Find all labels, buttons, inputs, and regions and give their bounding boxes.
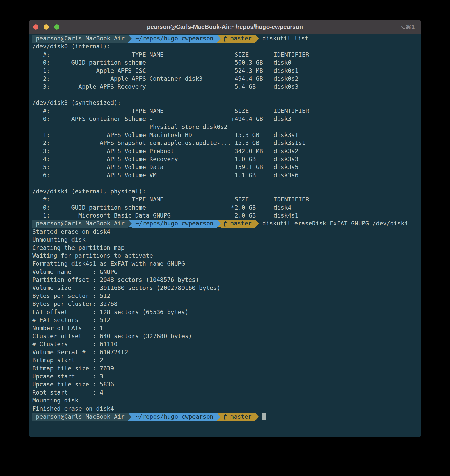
- powerline-arrow-icon: [255, 413, 259, 421]
- prompt-user-host: pearson@Carls-MacBook-Air: [32, 413, 128, 421]
- diskutil-list-output: /dev/disk0 (internal): #: TYPE NAME SIZE…: [32, 43, 421, 220]
- git-branch-icon: [223, 35, 228, 42]
- git-branch-icon: [223, 413, 228, 420]
- powerline-arrow-icon: [128, 35, 132, 43]
- prompt-git-branch: master: [221, 35, 255, 43]
- prompt-path: ~/repos/hugo-cwpearson: [132, 413, 217, 421]
- window-shortcut-badge: ⌥⌘1: [399, 24, 415, 30]
- prompt-line: pearson@Carls-MacBook-Air ~/repos/hugo-c…: [32, 220, 421, 227]
- prompt-user-host: pearson@Carls-MacBook-Air: [32, 220, 128, 227]
- traffic-lights: [29, 24, 59, 30]
- prompt-line: pearson@Carls-MacBook-Air ~/repos/hugo-c…: [32, 35, 421, 43]
- close-button[interactable]: [33, 24, 38, 30]
- powerline-arrow-icon: [255, 220, 259, 227]
- prompt-path: ~/repos/hugo-cwpearson: [132, 35, 217, 43]
- prompt-user-host: pearson@Carls-MacBook-Air: [32, 35, 128, 43]
- terminal-window: pearson@Carls-MacBook-Air:~/repos/hugo-c…: [29, 20, 421, 437]
- powerline-arrow-icon: [128, 413, 132, 421]
- prompt-branch-label: master: [230, 413, 252, 421]
- prompt-branch-label: master: [230, 35, 252, 43]
- prompt-path: ~/repos/hugo-cwpearson: [132, 220, 217, 227]
- powerline-arrow-icon: [217, 35, 221, 43]
- terminal-cursor[interactable]: [262, 413, 266, 420]
- command-diskutil-erasedisk: diskutil eraseDisk ExFAT GNUPG /dev/disk…: [262, 220, 408, 227]
- prompt-git-branch: master: [221, 413, 255, 421]
- powerline-arrow-icon: [255, 35, 259, 43]
- window-title: pearson@Carls-MacBook-Air:~/repos/hugo-c…: [29, 24, 421, 30]
- prompt-branch-label: master: [230, 220, 252, 227]
- git-branch-icon: [223, 220, 228, 227]
- powerline-arrow-icon: [217, 220, 221, 227]
- terminal-body[interactable]: pearson@Carls-MacBook-Air ~/repos/hugo-c…: [29, 34, 421, 437]
- prompt-git-branch: master: [221, 220, 255, 227]
- powerline-arrow-icon: [217, 413, 221, 421]
- minimize-button[interactable]: [44, 24, 49, 30]
- diskutil-erase-output: Started erase on disk4 Unmounting disk C…: [32, 228, 421, 413]
- titlebar[interactable]: pearson@Carls-MacBook-Air:~/repos/hugo-c…: [29, 20, 421, 34]
- powerline-arrow-icon: [128, 220, 132, 227]
- fullscreen-button[interactable]: [54, 24, 59, 30]
- command-diskutil-list: diskutil list: [262, 35, 309, 43]
- prompt-line: pearson@Carls-MacBook-Air ~/repos/hugo-c…: [32, 413, 421, 421]
